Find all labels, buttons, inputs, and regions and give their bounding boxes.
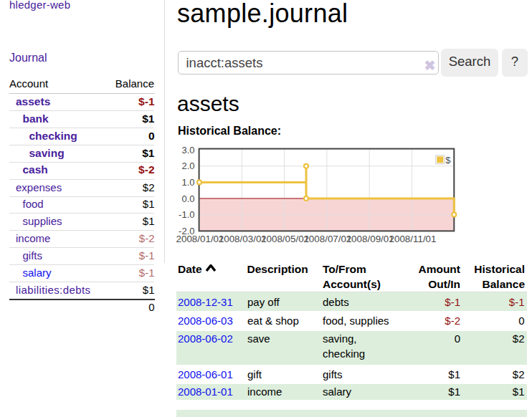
svg-text:2008/07/01: 2008/07/01 — [303, 234, 351, 244]
svg-text:$: $ — [445, 155, 451, 166]
svg-text:-1.0: -1.0 — [179, 209, 194, 220]
svg-text:0.0: 0.0 — [181, 193, 194, 204]
svg-text:1.0: 1.0 — [181, 177, 194, 188]
svg-text:2008/01/01: 2008/01/01 — [176, 234, 224, 244]
svg-text:2008/05/01: 2008/05/01 — [261, 234, 309, 244]
svg-text:2008/03/01: 2008/03/01 — [219, 234, 267, 244]
svg-text:2.0: 2.0 — [181, 160, 194, 171]
svg-text:2008/11/01: 2008/11/01 — [389, 234, 436, 244]
svg-text:2008/09/01: 2008/09/01 — [346, 234, 394, 244]
svg-text:3.0: 3.0 — [181, 145, 194, 155]
